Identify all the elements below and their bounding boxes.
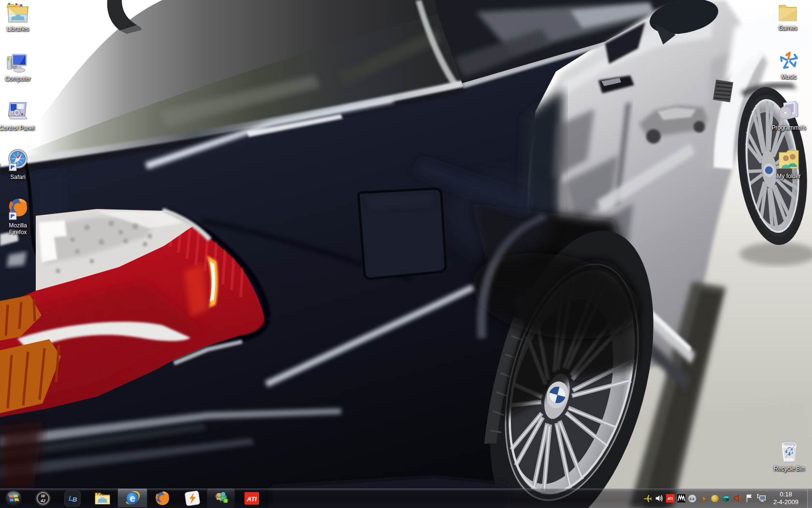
svg-text:ATI: ATI: [667, 497, 674, 500]
svg-text:B: B: [72, 496, 77, 503]
svg-text:ATI: ATI: [246, 495, 257, 503]
svg-text:e: e: [130, 493, 135, 504]
svg-text:42: 42: [40, 498, 45, 503]
svg-text:EA: EA: [690, 496, 695, 501]
